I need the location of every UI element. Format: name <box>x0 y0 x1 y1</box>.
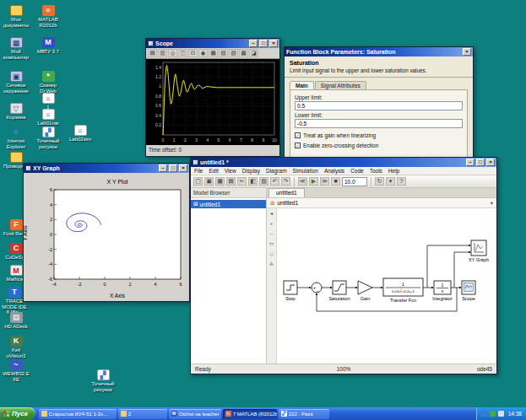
minimize-button[interactable]: – <box>249 40 258 47</box>
desktop-icon-computer[interactable]: ▦Мой компьютер <box>2 37 30 60</box>
mode-dropdown-icon[interactable]: ▾ <box>386 177 395 186</box>
tab-main[interactable]: Main <box>290 81 314 89</box>
checkbox[interactable]: ✓ <box>295 132 301 138</box>
desktop-icon-keil[interactable]: KKeil uVision3 <box>2 336 30 358</box>
sim-time-input[interactable] <box>342 177 367 186</box>
new-model-icon[interactable]: ▢ <box>193 177 203 186</box>
maximize-button[interactable]: □ <box>169 164 177 172</box>
cut-icon[interactable]: ✂ <box>237 177 247 186</box>
desktop-icon-recycle[interactable]: ▽Корзина <box>2 103 30 121</box>
run-icon[interactable]: ▶ <box>309 177 318 186</box>
menu-tools[interactable]: Tools <box>370 168 382 174</box>
zoom-y-icon[interactable]: ⊟ <box>188 49 198 57</box>
desktop-icon-network[interactable]: ▣Сетевое окружение <box>2 71 30 94</box>
block-step[interactable]: Step <box>284 281 297 301</box>
chevron-down-icon[interactable]: ▾ <box>491 200 493 207</box>
lock-axes-icon[interactable]: ▩ <box>239 49 248 57</box>
help-icon[interactable]: ? <box>397 177 406 186</box>
desktop-icon-file[interactable]: ≡Lab02sim <box>66 125 95 143</box>
menu-help[interactable]: Help <box>388 168 399 174</box>
desktop-icon-drweb[interactable]: *Сканер Dr.Web <box>34 71 62 94</box>
field-input[interactable] <box>295 101 463 110</box>
menu-edit[interactable]: Edit <box>209 168 218 174</box>
tray-icon-2[interactable] <box>490 411 496 417</box>
stop-icon[interactable]: ■ <box>331 177 340 186</box>
xy-titlebar[interactable]: XY Graph – □ × <box>24 164 189 173</box>
block-saturation[interactable]: Saturation <box>328 281 350 301</box>
breadcrumb-item[interactable]: untitled1 <box>277 200 298 206</box>
fit-to-view-icon[interactable]: ▭ <box>268 240 276 249</box>
autoscale-icon[interactable]: ◉ <box>198 49 208 57</box>
block-scope[interactable]: Scope <box>462 281 475 301</box>
zoom-in-icon[interactable]: + <box>268 220 276 229</box>
undo-icon[interactable]: ↶ <box>270 177 279 186</box>
taskbar-button[interactable]: WOtchet на teacher <box>169 409 221 419</box>
desktop-icon-mvtu[interactable]: ММВТУ 3.7 <box>34 37 62 55</box>
tab-untitled1[interactable]: untitled1 <box>268 188 305 197</box>
save-axes-icon[interactable]: ▦ <box>209 49 218 57</box>
close-icon[interactable]: × <box>269 40 278 47</box>
field-input[interactable] <box>295 119 463 128</box>
copy-icon[interactable]: ◧ <box>248 177 258 186</box>
save-model-icon[interactable]: ▦ <box>215 177 225 186</box>
tray-icon-3[interactable] <box>498 411 504 417</box>
checkbox[interactable]: ✓ <box>295 143 301 148</box>
menu-code[interactable]: Code <box>350 168 364 174</box>
scope-titlebar[interactable]: Scope – □ × <box>146 39 279 48</box>
tray-icon-1[interactable] <box>481 411 487 417</box>
taskbar-button[interactable]: Старостов ИУ4-51 1-2х... <box>39 409 117 419</box>
block-transfer-fcn[interactable]: 10.01s²+0.2s+1Transfer Fcn <box>383 278 423 303</box>
desktop-icon-ie[interactable]: eInternet Explorer <box>2 127 30 149</box>
desktop-icon-paint[interactable]: ▞Точечный рисунок <box>89 369 117 392</box>
step-back-icon[interactable]: ≪ <box>298 177 307 186</box>
block-integrator[interactable]: 1sIntegrator <box>432 281 453 301</box>
pan-icon[interactable]: ◇ <box>268 250 276 259</box>
parameters-icon[interactable]: ▥ <box>158 49 167 57</box>
menu-file[interactable]: File <box>194 168 203 174</box>
tab-signal-attributes[interactable]: Signal Attributes <box>315 81 366 89</box>
print-icon[interactable]: ▤ <box>226 177 236 186</box>
menu-display[interactable]: Display <box>242 168 260 174</box>
print-icon[interactable]: ▤ <box>148 49 157 57</box>
close-icon[interactable]: × <box>463 48 471 56</box>
desktop-icon-matlab[interactable]: ≈MATLAB R2012b <box>34 5 62 28</box>
desktop-icon-hd[interactable]: ▤HD ADeck <box>2 312 30 330</box>
menu-analysis[interactable]: Analysis <box>324 168 344 174</box>
step-forward-icon[interactable]: ≫ <box>320 177 329 186</box>
dialog-titlebar[interactable]: Function Block Parameters: Saturation × <box>285 47 473 57</box>
taskbar-button[interactable]: ≈7 MATLAB (R2012b) <box>223 409 277 419</box>
close-icon[interactable]: × <box>179 164 187 172</box>
desktop-icon-paint[interactable]: ▞Точечный рисунок <box>34 127 62 149</box>
browser-toggle-icon[interactable]: ◂ <box>268 210 276 218</box>
maximize-button[interactable]: □ <box>476 159 485 166</box>
maximize-button[interactable]: □ <box>259 40 268 47</box>
desktop-icon-wewb[interactable]: ~WEWB32.EXE <box>2 359 30 382</box>
redo-icon[interactable]: ↷ <box>281 177 290 186</box>
tree-item-untitled1[interactable]: ⊞untitled1 <box>191 200 266 208</box>
signal-selection-icon[interactable]: ◪ <box>249 49 258 57</box>
close-icon[interactable]: × <box>486 159 495 166</box>
menu-view[interactable]: View <box>225 168 236 174</box>
desktop-icon-file[interactable]: ≡Lab01nat <box>34 109 62 127</box>
model-canvas[interactable]: Step+−SaturationGain10.01s²+0.2s+1Transf… <box>277 208 496 363</box>
zoom-out-icon[interactable]: − <box>268 230 276 239</box>
floating-scope-icon[interactable]: ▨ <box>229 49 238 57</box>
update-diagram-icon[interactable]: ↻ <box>375 177 384 186</box>
block-xy-graph[interactable]: XY Graph <box>469 240 489 262</box>
menu-simulation[interactable]: Simulation <box>293 168 318 174</box>
zoom-icon[interactable]: ◎ <box>168 49 177 57</box>
desktop-icon-file[interactable]: ≡1 <box>34 93 62 110</box>
block-gain[interactable]: Gain <box>358 281 372 301</box>
simulink-titlebar[interactable]: untitled1 * – □ × <box>191 158 496 167</box>
open-model-icon[interactable]: ▣ <box>204 177 214 186</box>
zoom-x-icon[interactable]: ◫ <box>178 49 187 57</box>
start-button[interactable]: Пуск <box>0 407 35 420</box>
restore-axes-icon[interactable]: ▧ <box>219 49 228 57</box>
annotation-icon[interactable]: A <box>268 261 276 269</box>
minimize-button[interactable]: – <box>466 159 474 166</box>
minimize-button[interactable]: – <box>159 164 167 172</box>
desktop-icon-documents[interactable]: Мои документы <box>2 5 30 28</box>
menu-diagram[interactable]: Diagram <box>266 168 287 174</box>
paste-icon[interactable]: ▧ <box>259 177 268 186</box>
taskbar-button[interactable]: 2 <box>118 409 167 419</box>
